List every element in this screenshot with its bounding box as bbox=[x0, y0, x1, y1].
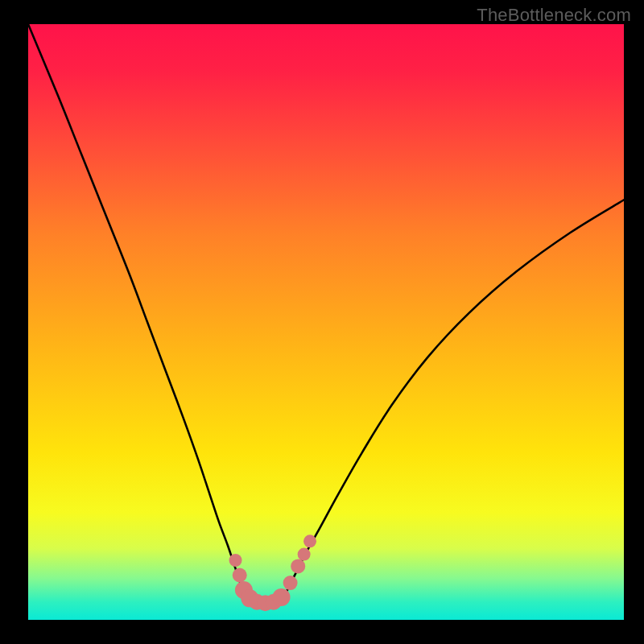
marker-group bbox=[229, 535, 317, 611]
curve-layer bbox=[28, 24, 624, 620]
marker-point bbox=[291, 559, 305, 573]
marker-point bbox=[229, 554, 242, 567]
watermark-text: TheBottleneck.com bbox=[477, 5, 631, 26]
curve-left bbox=[28, 24, 244, 596]
marker-point bbox=[233, 568, 247, 583]
marker-point bbox=[303, 535, 316, 547]
plot-area bbox=[28, 24, 624, 620]
chart-frame: TheBottleneck.com bbox=[0, 0, 644, 644]
curve-right bbox=[284, 200, 624, 596]
marker-point bbox=[298, 548, 311, 561]
marker-point bbox=[273, 588, 291, 606]
marker-point bbox=[283, 576, 298, 590]
